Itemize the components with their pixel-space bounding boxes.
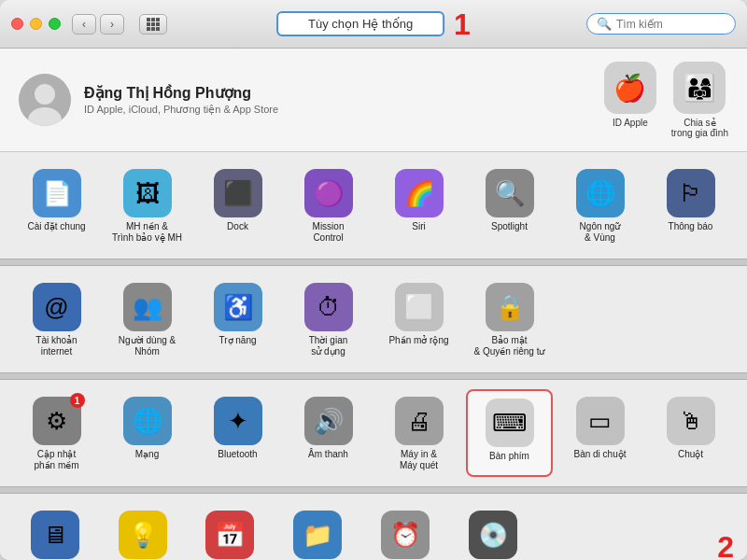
- icon-item-thong-bao[interactable]: 🏳 Thông báo: [647, 161, 734, 249]
- icon-item-bao-mat[interactable]: 🔒 Bảo mật& Quyền riêng tư: [466, 275, 553, 363]
- icon-emoji-mh-nen: 🖼: [135, 179, 160, 208]
- family-share-label: Chia sẻtrong gia đình: [671, 118, 728, 138]
- icon-box-may-in: 🖨: [395, 397, 444, 445]
- apple-id-icon: 🍎: [604, 62, 656, 114]
- icon-item-dock[interactable]: ⬛ Dock: [194, 161, 281, 249]
- family-share-icon-item[interactable]: 👨‍👩‍👧 Chia sẻtrong gia đình: [671, 62, 728, 138]
- icon-emoji-thong-bao: 🏳: [679, 179, 703, 208]
- icon-item-chia-se[interactable]: 📁 Chia sẻ: [275, 503, 359, 560]
- user-profile: Đặng Thị Hồng Phượng ID Apple, iCloud, P…: [0, 49, 747, 152]
- icon-item-ban-di-chuot[interactable]: ▭ Bàn di chuột: [557, 389, 643, 477]
- icon-item-may-in[interactable]: 🖨 Máy in &Máy quét: [375, 389, 462, 477]
- icon-box-thoi-gian: ⏱: [304, 283, 353, 331]
- icon-item-mang[interactable]: 🌐 Mạng: [104, 389, 190, 477]
- icon-box-nguoi-dung: 👥: [123, 283, 172, 331]
- icon-box-chia-se: 📁: [293, 511, 342, 559]
- icon-box-dock: ⬛: [214, 169, 262, 217]
- icon-label-ngon-ngu: Ngôn ngữ& Vùng: [580, 221, 621, 244]
- annotation-1: 1: [454, 9, 471, 39]
- icon-emoji-ngon-ngu: 🌐: [585, 179, 615, 208]
- apple-id-icon-item[interactable]: 🍎 ID Apple: [604, 62, 656, 138]
- icon-box-tai-khoan: @: [33, 283, 81, 331]
- icon-emoji-chia-se: 📁: [303, 521, 332, 550]
- icon-box-thong-bao: 🏳: [667, 169, 715, 217]
- icon-item-thoi-gian[interactable]: ⏱ Thời giansử dụng: [285, 275, 372, 363]
- icon-item-bluetooth[interactable]: ✦ Bluetooth: [194, 389, 281, 477]
- icon-item-tai-khoan[interactable]: @ Tài khoảninternet: [13, 275, 100, 363]
- icon-label-mang: Mạng: [135, 449, 159, 460]
- icon-label-siri: Siri: [412, 221, 425, 232]
- user-subtitle: ID Apple, iCloud, Phương tiện & App Stor…: [84, 104, 604, 116]
- icon-item-tro-nang[interactable]: ♿ Trợ năng: [194, 275, 281, 363]
- icon-label-cap-nhat: Cập nhậtphần mềm: [34, 449, 78, 471]
- icon-item-am-thanh[interactable]: 🔊 Âm thanh: [285, 389, 372, 477]
- icon-box-mission-control: 🟣: [304, 169, 353, 217]
- user-name: Đặng Thị Hồng Phượng: [84, 84, 604, 102]
- icon-item-ngon-ngu[interactable]: 🌐 Ngôn ngữ& Vùng: [557, 161, 643, 249]
- icon-item-spotlight[interactable]: 🔍 Spotlight: [466, 161, 553, 249]
- icon-box-ngay-gio: 📅: [205, 511, 254, 559]
- icon-item-time-machine[interactable]: ⏰ TimeMachine: [363, 503, 447, 560]
- row2-section: @ Tài khoảninternet 👥 Người dùng &Nhóm ♿…: [0, 266, 747, 372]
- icon-emoji-thoi-gian: ⏱: [317, 293, 341, 322]
- forward-button[interactable]: ›: [100, 14, 124, 35]
- avatar: [19, 74, 71, 126]
- icon-item-o-dia[interactable]: 💿 Ổ đĩaKhởi động: [451, 503, 535, 560]
- icon-emoji-mission-control: 🟣: [314, 179, 344, 208]
- search-box: 🔍: [586, 13, 736, 35]
- icon-item-phan-mo-rong[interactable]: ⬜ Phần mở rộng: [375, 275, 462, 363]
- apple-id-label: ID Apple: [613, 118, 648, 128]
- icon-label-phan-mo-rong: Phần mở rộng: [388, 335, 448, 346]
- icon-emoji-phan-mo-rong: ⬜: [404, 293, 434, 322]
- icon-label-mission-control: MissionControl: [313, 221, 345, 244]
- icon-emoji-ban-phim: ⌨: [492, 409, 528, 438]
- icon-item-man-hinh[interactable]: 🖥 Màn hình: [13, 503, 97, 560]
- icon-box-man-hinh: 🖥: [31, 511, 79, 559]
- traffic-lights: [11, 18, 61, 30]
- icon-box-cai-dat-chung: 📄: [33, 169, 81, 217]
- icon-emoji-bao-mat: 🔒: [495, 293, 525, 322]
- back-button[interactable]: ‹: [72, 14, 96, 35]
- icon-item-ban-phim[interactable]: ⌨ Bàn phím: [466, 389, 553, 477]
- maximize-button[interactable]: [49, 18, 61, 30]
- icon-label-mh-nen: MH nền &Trình bảo vệ MH: [112, 221, 182, 244]
- icon-item-ngay-gio[interactable]: 📅 Ngày & Giờ: [189, 503, 273, 560]
- icon-label-nguoi-dung: Người dùng &Nhóm: [119, 335, 176, 357]
- row4-section: 🖥 Màn hình 💡 Tiết kiệmnăng lượng 📅 Ngày …: [0, 494, 747, 560]
- icon-item-chuot[interactable]: 🖱 Chuột: [647, 389, 734, 477]
- icon-emoji-tro-nang: ♿: [223, 293, 253, 322]
- icon-item-mh-nen[interactable]: 🖼 MH nền &Trình bảo vệ MH: [104, 161, 190, 249]
- icon-item-nguoi-dung[interactable]: 👥 Người dùng &Nhóm: [104, 275, 190, 363]
- icon-emoji-nguoi-dung: 👥: [133, 293, 162, 322]
- icon-emoji-o-dia: 💿: [478, 521, 508, 550]
- icon-label-am-thanh: Âm thanh: [308, 449, 348, 460]
- window-title-input[interactable]: [276, 11, 444, 36]
- icon-item-siri[interactable]: 🌈 Siri: [375, 161, 462, 249]
- search-icon: 🔍: [597, 17, 612, 31]
- icon-emoji-chuot: 🖱: [679, 407, 703, 436]
- icon-emoji-spotlight: 🔍: [495, 179, 525, 208]
- icon-emoji-ngay-gio: 📅: [215, 521, 245, 550]
- system-preferences-window: ‹ › 1 🔍 Đặng Thị Hồ: [0, 0, 747, 560]
- row2-grid: @ Tài khoảninternet 👥 Người dùng &Nhóm ♿…: [13, 275, 734, 363]
- search-input[interactable]: [616, 18, 726, 31]
- icon-label-cai-dat-chung: Cài đặt chung: [27, 221, 85, 232]
- icon-item-cap-nhat[interactable]: ⚙ 1 Cập nhậtphần mềm: [13, 389, 100, 477]
- close-button[interactable]: [11, 18, 23, 30]
- icon-box-chuot: 🖱: [667, 397, 715, 445]
- icon-item-cai-dat-chung[interactable]: 📄 Cài đặt chung: [13, 161, 100, 249]
- icon-label-thoi-gian: Thời giansử dụng: [309, 335, 348, 357]
- nav-buttons: ‹ ›: [72, 14, 124, 35]
- icon-box-tro-nang: ♿: [214, 283, 262, 331]
- icon-emoji-dock: ⬛: [223, 179, 253, 208]
- icon-box-ngon-ngu: 🌐: [576, 169, 625, 217]
- icon-emoji-ban-di-chuot: ▭: [588, 407, 612, 436]
- minimize-button[interactable]: [30, 18, 42, 30]
- grid-view-button[interactable]: [139, 14, 167, 35]
- icon-item-tiet-kiem[interactable]: 💡 Tiết kiệmnăng lượng: [101, 503, 185, 560]
- icon-item-mission-control[interactable]: 🟣 MissionControl: [285, 161, 372, 249]
- icon-box-o-dia: 💿: [469, 511, 517, 559]
- row3-section: ⚙ 1 Cập nhậtphần mềm 🌐 Mạng ✦ Bluetooth …: [0, 380, 747, 486]
- icon-box-am-thanh: 🔊: [304, 397, 353, 445]
- icon-box-mh-nen: 🖼: [123, 169, 172, 217]
